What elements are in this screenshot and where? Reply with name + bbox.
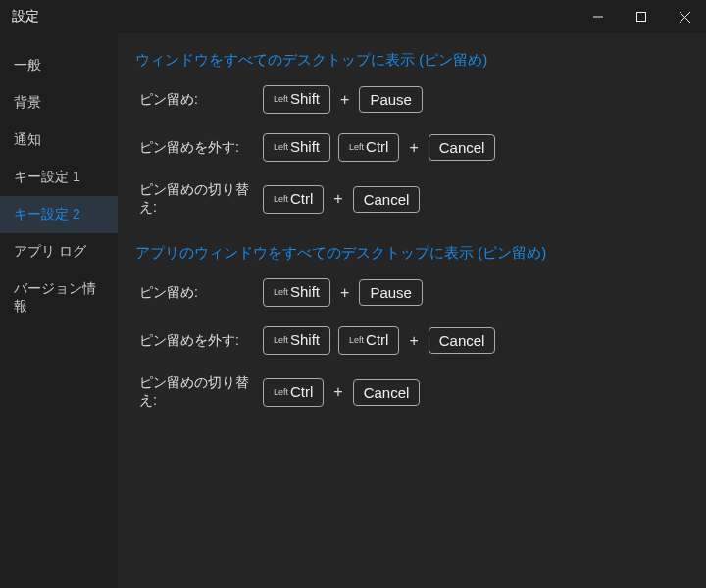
- plus-icon: +: [338, 91, 351, 109]
- sidebar-item-version[interactable]: バージョン情報: [0, 270, 118, 325]
- key-cancel: Cancel: [353, 379, 421, 406]
- plus-icon: +: [331, 383, 344, 401]
- section-app-pin: アプリのウィンドウをすべてのデスクトップに表示 (ピン留め) ピン留め: Lef…: [135, 244, 706, 410]
- row-label: ピン留めを外す:: [135, 332, 263, 350]
- row-pin: ピン留め: LeftShift + Pause: [135, 85, 706, 114]
- key-left-shift: LeftShift: [263, 85, 330, 114]
- section-window-pin: ウィンドウをすべてのデスクトップに表示 (ピン留め) ピン留め: LeftShi…: [135, 51, 706, 217]
- maximize-button[interactable]: [620, 2, 663, 31]
- minimize-button[interactable]: [577, 2, 620, 31]
- section-title: アプリのウィンドウをすべてのデスクトップに表示 (ピン留め): [135, 244, 706, 263]
- window-title: 設定: [12, 8, 577, 25]
- content-pane: ウィンドウをすべてのデスクトップに表示 (ピン留め) ピン留め: LeftShi…: [118, 33, 706, 588]
- hotkey-field[interactable]: LeftCtrl + Cancel: [263, 378, 420, 407]
- row-toggle: ピン留めの切り替え: LeftCtrl + Cancel: [135, 181, 706, 217]
- hotkey-field[interactable]: LeftShift + Pause: [263, 85, 423, 114]
- row-label: ピン留め:: [135, 284, 263, 302]
- key-left-ctrl: LeftCtrl: [338, 133, 399, 162]
- svg-rect-1: [637, 13, 646, 22]
- hotkey-field[interactable]: LeftCtrl + Cancel: [263, 185, 420, 214]
- row-label: ピン留めの切り替え:: [135, 374, 263, 410]
- plus-icon: +: [407, 332, 420, 350]
- sidebar-item-keys2[interactable]: キー設定 2: [0, 196, 118, 233]
- sidebar: 一般 背景 通知 キー設定 1 キー設定 2 アプリ ログ バージョン情報: [0, 33, 118, 588]
- row-unpin: ピン留めを外す: LeftShift LeftCtrl + Cancel: [135, 133, 706, 162]
- sidebar-item-general[interactable]: 一般: [0, 47, 118, 84]
- sidebar-item-notify[interactable]: 通知: [0, 122, 118, 159]
- key-cancel: Cancel: [429, 327, 496, 354]
- section-title: ウィンドウをすべてのデスクトップに表示 (ピン留め): [135, 51, 706, 70]
- sidebar-item-keys1[interactable]: キー設定 1: [0, 159, 118, 196]
- sidebar-item-applog[interactable]: アプリ ログ: [0, 233, 118, 270]
- row-toggle: ピン留めの切り替え: LeftCtrl + Cancel: [135, 374, 706, 410]
- row-label: ピン留め:: [135, 91, 263, 109]
- hotkey-field[interactable]: LeftShift + Pause: [263, 278, 423, 307]
- titlebar: 設定: [0, 0, 706, 33]
- plus-icon: +: [407, 139, 420, 157]
- key-left-ctrl: LeftCtrl: [338, 326, 399, 355]
- row-unpin: ピン留めを外す: LeftShift LeftCtrl + Cancel: [135, 326, 706, 355]
- row-pin: ピン留め: LeftShift + Pause: [135, 278, 706, 307]
- sidebar-item-background[interactable]: 背景: [0, 84, 118, 122]
- row-label: ピン留めの切り替え:: [135, 181, 263, 217]
- plus-icon: +: [338, 284, 351, 302]
- close-button[interactable]: [663, 2, 706, 31]
- key-pause: Pause: [359, 279, 423, 306]
- key-pause: Pause: [359, 86, 423, 113]
- key-left-shift: LeftShift: [263, 133, 330, 162]
- key-cancel: Cancel: [429, 134, 496, 161]
- hotkey-field[interactable]: LeftShift LeftCtrl + Cancel: [263, 326, 495, 355]
- key-left-ctrl: LeftCtrl: [263, 378, 324, 407]
- key-left-shift: LeftShift: [263, 278, 330, 307]
- key-cancel: Cancel: [353, 186, 421, 213]
- row-label: ピン留めを外す:: [135, 139, 263, 157]
- key-left-ctrl: LeftCtrl: [263, 185, 324, 214]
- plus-icon: +: [331, 190, 344, 208]
- hotkey-field[interactable]: LeftShift LeftCtrl + Cancel: [263, 133, 495, 162]
- key-left-shift: LeftShift: [263, 326, 330, 355]
